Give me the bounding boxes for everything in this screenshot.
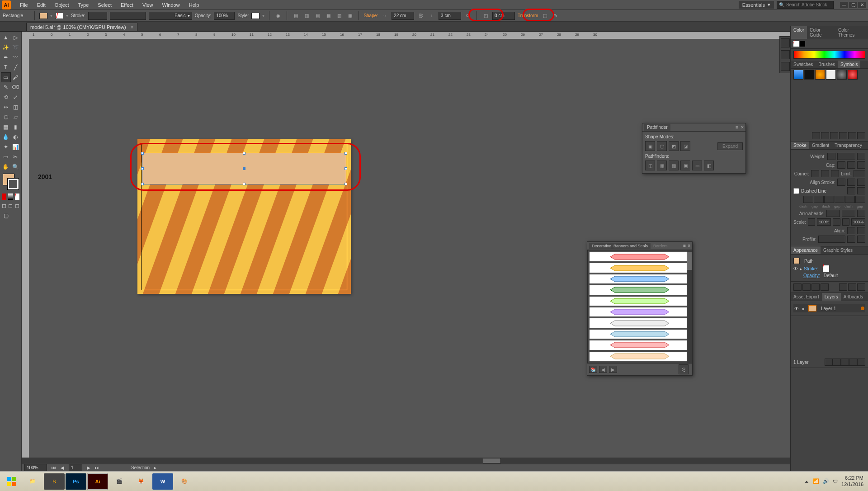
- dash-align-icon[interactable]: [847, 187, 855, 194]
- edit-icon[interactable]: ✎: [552, 12, 560, 20]
- close-icon[interactable]: ×: [131, 24, 133, 30]
- symbol-sprayer-tool[interactable]: ✦: [1, 142, 11, 152]
- rotate-icon[interactable]: ⟳: [464, 12, 472, 20]
- dash-input[interactable]: [845, 196, 855, 203]
- symbol-item[interactable]: [590, 307, 690, 316]
- ruler-vertical[interactable]: [22, 39, 29, 464]
- taskbar-premiere-icon[interactable]: 🎬: [109, 473, 130, 490]
- align-arrow-icon[interactable]: [857, 227, 865, 234]
- stroke-var-input[interactable]: [110, 12, 146, 20]
- ruler-origin[interactable]: [22, 32, 29, 39]
- profile-select[interactable]: [818, 236, 845, 243]
- gap-input[interactable]: [855, 196, 865, 203]
- workspace-switcher[interactable]: Essentials ▾: [739, 1, 774, 9]
- symbol-item[interactable]: [590, 318, 690, 327]
- isolate-icon[interactable]: ⬚: [541, 12, 549, 20]
- break-link-icon[interactable]: ⛓: [679, 364, 689, 374]
- curvature-tool[interactable]: 〰: [11, 52, 21, 62]
- align-bottom-icon[interactable]: ▦: [346, 12, 354, 20]
- shape-label[interactable]: Shape:: [363, 13, 378, 18]
- brushes-tab[interactable]: Brushes: [816, 61, 838, 68]
- align-hcenter-icon[interactable]: ▥: [302, 12, 311, 20]
- scrollbar[interactable]: [687, 250, 692, 363]
- intersect-button[interactable]: ◩: [669, 141, 679, 151]
- taskbar-sublime-icon[interactable]: S: [44, 473, 65, 490]
- line-tool[interactable]: ╱: [11, 62, 21, 72]
- recolor-icon[interactable]: ◉: [274, 12, 282, 20]
- align-arrow-icon[interactable]: [847, 227, 855, 234]
- mesh-tool[interactable]: ▦: [1, 122, 11, 132]
- add-stroke-icon[interactable]: [802, 283, 811, 291]
- symbol-swatch[interactable]: [837, 70, 847, 80]
- target-icon[interactable]: [861, 307, 864, 310]
- menu-view[interactable]: View: [138, 2, 158, 8]
- opacity-input[interactable]: 100%: [214, 12, 235, 20]
- stroke-swatch[interactable]: /: [55, 13, 63, 19]
- chevron-down-icon[interactable]: [857, 153, 865, 160]
- menu-file[interactable]: File: [15, 2, 33, 8]
- align-center-icon[interactable]: [837, 179, 845, 186]
- flip-icon[interactable]: [847, 236, 855, 243]
- corner-radius-input[interactable]: 0 cm: [492, 12, 515, 20]
- transform-label[interactable]: Transform: [518, 13, 538, 18]
- none-mode-icon[interactable]: /: [15, 194, 19, 200]
- link-icon[interactable]: [833, 218, 840, 226]
- delete-icon[interactable]: [857, 283, 865, 291]
- next-page-icon[interactable]: ▶: [87, 465, 90, 470]
- gradient-tool[interactable]: ▮: [11, 122, 21, 132]
- stepper-icon[interactable]: [842, 218, 849, 226]
- align-left-icon[interactable]: ▤: [292, 12, 300, 20]
- symbols-library-tab[interactable]: Decorative_Banners and Seals: [589, 243, 651, 249]
- new-symbol-icon[interactable]: [848, 132, 856, 139]
- make-clip-icon[interactable]: [833, 359, 841, 366]
- symbols-tab[interactable]: Symbols: [838, 61, 860, 68]
- screen-mode-icon[interactable]: ▢: [1, 211, 11, 221]
- hand-tool[interactable]: ✋: [1, 162, 11, 172]
- taskbar-firefox-icon[interactable]: 🦊: [131, 473, 151, 490]
- cap-butt-icon[interactable]: [837, 161, 845, 169]
- dashed-checkbox[interactable]: [793, 188, 799, 194]
- menu-object[interactable]: Object: [50, 2, 74, 8]
- pen-tool[interactable]: ✒: [1, 52, 11, 62]
- place-symbol-icon[interactable]: [821, 132, 829, 139]
- symbol-swatch[interactable]: [848, 70, 858, 80]
- menu-help[interactable]: Help: [184, 2, 204, 8]
- panel-menu-icon[interactable]: ≡: [683, 243, 686, 248]
- join-miter-icon[interactable]: [811, 170, 819, 177]
- shaper-tool[interactable]: ✎: [1, 82, 11, 92]
- align-inside-icon[interactable]: [847, 179, 855, 186]
- disclosure-icon[interactable]: ▸: [800, 266, 802, 271]
- search-input[interactable]: 🔍 Search Adobe Stock: [777, 1, 834, 9]
- tray-volume-icon[interactable]: 🔊: [823, 478, 829, 484]
- prev-icon[interactable]: ◀: [599, 366, 607, 373]
- link-wh-icon[interactable]: ⛓: [417, 12, 425, 20]
- symbol-swatch[interactable]: [815, 70, 825, 80]
- visibility-icon[interactable]: 👁: [793, 266, 798, 271]
- zoom-tool[interactable]: 🔍: [11, 162, 21, 172]
- layer-name[interactable]: Layer 1: [821, 306, 836, 311]
- taskbar-explorer-icon[interactable]: 📁: [22, 473, 43, 490]
- taskbar-paint-icon[interactable]: 🎨: [174, 473, 195, 490]
- new-layer-icon[interactable]: [849, 359, 857, 366]
- stroke-color-box[interactable]: [7, 178, 19, 190]
- chevron-down-icon[interactable]: ▾: [66, 13, 68, 18]
- arrow-start-select[interactable]: [826, 210, 840, 217]
- trim-button[interactable]: ▦: [657, 161, 667, 170]
- delete-layer-icon[interactable]: [857, 359, 865, 366]
- symbols-library-panel[interactable]: Decorative_Banners and SealsBorders≡× 📚 …: [587, 241, 693, 376]
- symbol-item[interactable]: [590, 340, 690, 349]
- zoom-input[interactable]: 100%: [24, 464, 47, 472]
- merge-button[interactable]: ▩: [669, 161, 679, 170]
- doc-tab[interactable]: model 5.ai* @ 100% (CMYK/GPU Preview) ×: [26, 23, 137, 31]
- perspective-tool[interactable]: ▱: [11, 112, 21, 122]
- unite-button[interactable]: ▣: [645, 141, 655, 151]
- dash-input[interactable]: [803, 196, 813, 203]
- color-themes-tab[interactable]: Color Themes: [835, 26, 868, 39]
- prev-page-icon[interactable]: ◀: [61, 465, 64, 470]
- draw-inside-icon[interactable]: ◻: [14, 201, 20, 211]
- close-icon[interactable]: ×: [741, 125, 744, 130]
- scale2-input[interactable]: 100%: [851, 218, 865, 226]
- dash-input[interactable]: [824, 196, 834, 203]
- menu-window[interactable]: Window: [158, 2, 184, 8]
- canvas-area[interactable]: 1012345678910111213141516171819202122232…: [22, 32, 868, 471]
